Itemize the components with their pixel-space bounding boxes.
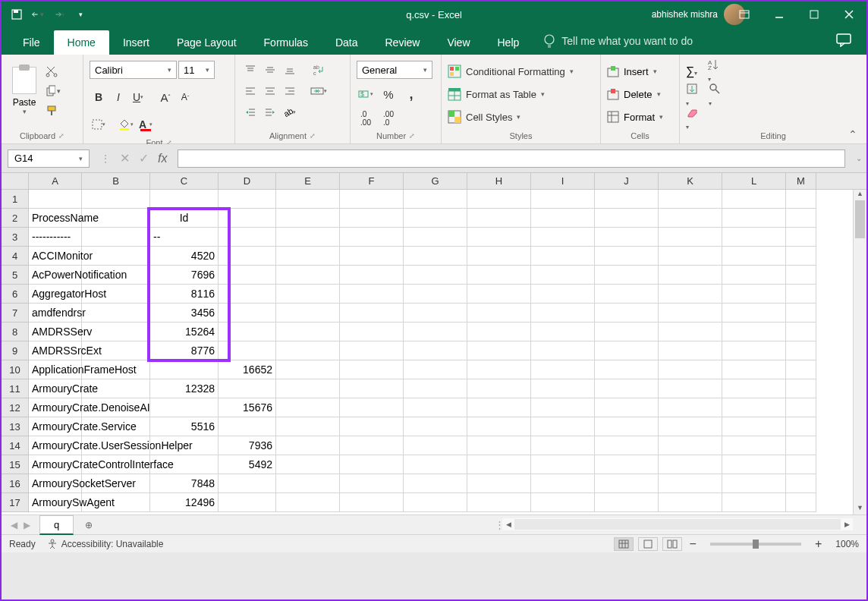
cell[interactable] [659,493,722,512]
cell[interactable]: ProcessName [29,209,82,228]
row-header[interactable]: 14 [2,436,29,455]
cell[interactable] [467,247,531,266]
cell[interactable] [531,209,595,228]
cell[interactable] [82,285,150,304]
cell[interactable]: ArmouryCrate [29,379,82,398]
cell[interactable] [722,379,786,398]
cell[interactable] [276,304,340,323]
tab-help[interactable]: Help [484,30,533,55]
cell[interactable] [467,417,531,436]
cell[interactable] [340,266,404,285]
cell[interactable] [150,455,219,474]
cell[interactable] [276,360,340,379]
cell[interactable] [276,398,340,417]
cell[interactable] [659,341,722,360]
cell[interactable]: 7848 [150,474,219,493]
cell[interactable] [219,190,276,209]
cell[interactable]: Id [150,209,219,228]
cell[interactable]: 8776 [150,341,219,360]
scroll-down-icon[interactable]: ▼ [854,504,866,514]
tell-me[interactable]: Tell me what you want to do [533,27,703,55]
cell[interactable] [219,285,276,304]
delete-cells-button[interactable]: Delete▾ [607,83,661,105]
fill-color-icon[interactable]: ▾ [117,115,135,134]
column-header[interactable]: F [340,173,404,189]
cell[interactable] [531,398,595,417]
vertical-scrollbar[interactable]: ▲ ▼ [853,190,866,514]
cell[interactable] [219,417,276,436]
cell[interactable] [404,266,467,285]
paste-button[interactable]: Paste ▾ [8,61,41,121]
font-name-selector[interactable]: Calibri▾ [90,61,177,79]
row-header[interactable]: 15 [2,455,29,474]
cell[interactable] [595,436,659,455]
cell[interactable] [219,323,276,341]
comments-icon[interactable] [836,33,851,47]
cell[interactable] [404,304,467,323]
cell[interactable] [276,436,340,455]
cell[interactable] [404,190,467,209]
cell[interactable] [276,285,340,304]
horizontal-scrollbar[interactable]: ◀ ▶ [502,518,853,530]
cell[interactable]: 4520 [150,247,219,266]
cell[interactable] [595,341,659,360]
cell[interactable] [595,417,659,436]
column-header[interactable]: C [150,173,219,189]
add-sheet-icon[interactable]: ⊕ [80,516,98,534]
orientation-icon[interactable]: ab▾ [281,103,299,121]
cell[interactable] [595,209,659,228]
cell[interactable] [659,398,722,417]
row-header[interactable]: 7 [2,304,29,323]
cell[interactable]: -- [150,228,219,247]
enter-icon[interactable]: ✓ [139,151,149,165]
column-header[interactable]: D [219,173,276,189]
cell[interactable] [219,228,276,247]
cell[interactable] [404,247,467,266]
cell[interactable] [595,190,659,209]
cell[interactable] [276,379,340,398]
tab-home[interactable]: Home [54,30,109,55]
cell[interactable] [595,304,659,323]
cell[interactable] [531,247,595,266]
cell[interactable] [467,323,531,341]
cell[interactable] [467,341,531,360]
cell[interactable]: 7936 [219,436,276,455]
percent-format-icon[interactable]: % [379,85,398,103]
qat-customize-icon[interactable]: ▾ [74,8,86,20]
cell[interactable] [340,209,404,228]
cell[interactable] [722,455,786,474]
align-bottom-icon[interactable] [281,61,299,79]
cell[interactable] [82,360,150,379]
cell[interactable]: amdfendrsr [29,304,82,323]
increase-font-icon[interactable]: Aˆ [156,88,175,106]
cell[interactable] [531,360,595,379]
align-left-icon[interactable] [241,82,259,100]
normal-view-icon[interactable] [614,537,634,551]
cell[interactable] [722,323,786,341]
zoom-level[interactable]: 100% [835,539,859,549]
redo-icon[interactable]: ▾ [53,8,65,20]
cell[interactable] [340,228,404,247]
column-header[interactable]: J [595,173,659,189]
tab-file[interactable]: File [9,30,54,55]
cell[interactable] [404,417,467,436]
cell[interactable] [150,190,219,209]
cell[interactable] [659,379,722,398]
cell[interactable] [595,474,659,493]
zoom-out-icon[interactable]: − [687,537,700,551]
cell[interactable] [219,341,276,360]
cell[interactable] [82,455,150,474]
cell[interactable] [340,379,404,398]
cell[interactable] [531,379,595,398]
cell[interactable] [340,360,404,379]
cell[interactable] [786,455,816,474]
row-header[interactable]: 3 [2,228,29,247]
cell[interactable] [786,304,816,323]
cell[interactable] [531,436,595,455]
cell[interactable] [404,228,467,247]
cut-icon[interactable] [46,65,61,77]
cell[interactable] [29,190,82,209]
cell[interactable] [404,360,467,379]
borders-icon[interactable]: ▾ [90,115,108,134]
cell[interactable] [276,209,340,228]
